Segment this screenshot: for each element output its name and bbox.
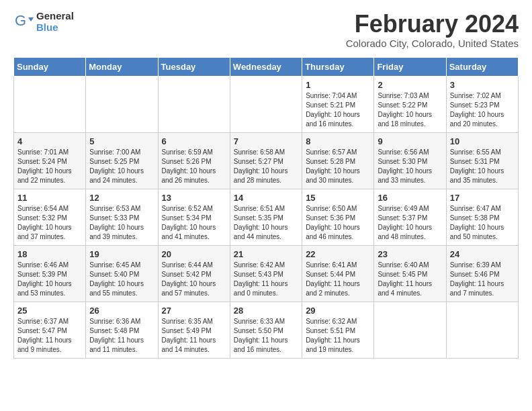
day-number: 18 (17, 249, 82, 259)
day-info: Sunrise: 6:54 AMSunset: 5:32 PMDaylight:… (17, 204, 82, 242)
calendar-cell: 21Sunrise: 6:42 AMSunset: 5:43 PMDayligh… (230, 245, 302, 302)
day-number: 2 (378, 80, 442, 90)
day-number: 22 (306, 249, 370, 259)
day-number: 8 (306, 136, 370, 146)
calendar-cell: 28Sunrise: 6:33 AMSunset: 5:50 PMDayligh… (230, 302, 302, 358)
calendar-table: SundayMondayTuesdayWednesdayThursdayFrid… (13, 57, 519, 359)
day-info: Sunrise: 6:32 AMSunset: 5:51 PMDaylight:… (306, 317, 370, 355)
calendar-cell: 5Sunrise: 7:00 AMSunset: 5:25 PMDaylight… (86, 132, 158, 189)
calendar-week-row: 11Sunrise: 6:54 AMSunset: 5:32 PMDayligh… (14, 189, 519, 245)
calendar-cell: 7Sunrise: 6:58 AMSunset: 5:27 PMDaylight… (230, 132, 302, 189)
day-info: Sunrise: 6:53 AMSunset: 5:33 PMDaylight:… (89, 204, 154, 242)
logo-icon: G (13, 12, 34, 32)
day-number: 13 (162, 193, 226, 203)
calendar-cell: 14Sunrise: 6:51 AMSunset: 5:35 PMDayligh… (230, 189, 302, 245)
calendar-cell: 23Sunrise: 6:40 AMSunset: 5:45 PMDayligh… (374, 245, 446, 302)
header-sunday: Sunday (14, 57, 86, 76)
day-number: 17 (450, 193, 515, 203)
day-info: Sunrise: 6:50 AMSunset: 5:36 PMDaylight:… (306, 204, 370, 242)
day-info: Sunrise: 6:39 AMSunset: 5:46 PMDaylight:… (450, 261, 515, 298)
month-year-title: February 2024 (346, 11, 519, 38)
calendar-cell: 6Sunrise: 6:59 AMSunset: 5:26 PMDaylight… (158, 132, 230, 189)
day-info: Sunrise: 7:04 AMSunset: 5:21 PMDaylight:… (306, 91, 370, 129)
day-info: Sunrise: 6:51 AMSunset: 5:35 PMDaylight:… (234, 204, 298, 242)
day-info: Sunrise: 6:49 AMSunset: 5:37 PMDaylight:… (378, 204, 442, 242)
calendar-cell: 29Sunrise: 6:32 AMSunset: 5:51 PMDayligh… (302, 302, 374, 358)
calendar-cell: 24Sunrise: 6:39 AMSunset: 5:46 PMDayligh… (446, 245, 518, 302)
day-info: Sunrise: 6:42 AMSunset: 5:43 PMDaylight:… (234, 261, 298, 298)
calendar-cell: 18Sunrise: 6:46 AMSunset: 5:39 PMDayligh… (14, 245, 86, 302)
page-header: G General Blue February 2024 Colorado Ci… (13, 11, 519, 49)
day-info: Sunrise: 6:55 AMSunset: 5:31 PMDaylight:… (450, 148, 515, 185)
day-number: 4 (17, 136, 82, 146)
day-number: 23 (378, 249, 442, 259)
calendar-cell: 26Sunrise: 6:36 AMSunset: 5:48 PMDayligh… (86, 302, 158, 358)
svg-text:G: G (15, 12, 26, 29)
day-info: Sunrise: 7:03 AMSunset: 5:22 PMDaylight:… (378, 91, 442, 129)
day-number: 1 (306, 80, 370, 90)
day-info: Sunrise: 6:37 AMSunset: 5:47 PMDaylight:… (17, 317, 82, 355)
calendar-cell: 3Sunrise: 7:02 AMSunset: 5:23 PMDaylight… (446, 76, 518, 132)
day-info: Sunrise: 6:44 AMSunset: 5:42 PMDaylight:… (162, 261, 226, 298)
header-wednesday: Wednesday (230, 57, 302, 76)
header-saturday: Saturday (446, 57, 518, 76)
calendar-cell: 10Sunrise: 6:55 AMSunset: 5:31 PMDayligh… (446, 132, 518, 189)
day-number: 21 (234, 249, 298, 259)
day-info: Sunrise: 6:52 AMSunset: 5:34 PMDaylight:… (162, 204, 226, 242)
calendar-cell (86, 76, 158, 132)
day-info: Sunrise: 6:33 AMSunset: 5:50 PMDaylight:… (234, 317, 298, 355)
day-number: 27 (162, 306, 226, 316)
day-number: 12 (89, 193, 154, 203)
day-number: 5 (89, 136, 154, 146)
calendar-cell: 9Sunrise: 6:56 AMSunset: 5:30 PMDaylight… (374, 132, 446, 189)
day-number: 28 (234, 306, 298, 316)
day-number: 7 (234, 136, 298, 146)
day-number: 29 (306, 306, 370, 316)
calendar-cell: 2Sunrise: 7:03 AMSunset: 5:22 PMDaylight… (374, 76, 446, 132)
day-info: Sunrise: 6:58 AMSunset: 5:27 PMDaylight:… (234, 148, 298, 185)
logo-general: General (36, 11, 74, 22)
day-info: Sunrise: 6:57 AMSunset: 5:28 PMDaylight:… (306, 148, 370, 185)
header-thursday: Thursday (302, 57, 374, 76)
calendar-cell (230, 76, 302, 132)
logo-blue: Blue (36, 22, 74, 34)
day-number: 10 (450, 136, 515, 146)
day-info: Sunrise: 6:40 AMSunset: 5:45 PMDaylight:… (378, 261, 442, 298)
header-monday: Monday (86, 57, 158, 76)
calendar-cell (158, 76, 230, 132)
calendar-cell: 25Sunrise: 6:37 AMSunset: 5:47 PMDayligh… (14, 302, 86, 358)
header-friday: Friday (374, 57, 446, 76)
calendar-cell: 15Sunrise: 6:50 AMSunset: 5:36 PMDayligh… (302, 189, 374, 245)
day-number: 25 (17, 306, 82, 316)
day-number: 20 (162, 249, 226, 259)
day-info: Sunrise: 6:45 AMSunset: 5:40 PMDaylight:… (89, 261, 154, 298)
day-info: Sunrise: 6:41 AMSunset: 5:44 PMDaylight:… (306, 261, 370, 298)
day-info: Sunrise: 6:59 AMSunset: 5:26 PMDaylight:… (162, 148, 226, 185)
day-number: 14 (234, 193, 298, 203)
calendar-cell (446, 302, 518, 358)
day-info: Sunrise: 7:02 AMSunset: 5:23 PMDaylight:… (450, 91, 515, 129)
calendar-cell: 17Sunrise: 6:47 AMSunset: 5:38 PMDayligh… (446, 189, 518, 245)
header-tuesday: Tuesday (158, 57, 230, 76)
calendar-week-row: 4Sunrise: 7:01 AMSunset: 5:24 PMDaylight… (14, 132, 519, 189)
day-number: 15 (306, 193, 370, 203)
calendar-header-row: SundayMondayTuesdayWednesdayThursdayFrid… (14, 57, 519, 76)
day-info: Sunrise: 7:01 AMSunset: 5:24 PMDaylight:… (17, 148, 82, 185)
location-subtitle: Colorado City, Colorado, United States (346, 38, 519, 49)
calendar-cell: 19Sunrise: 6:45 AMSunset: 5:40 PMDayligh… (86, 245, 158, 302)
day-number: 9 (378, 136, 442, 146)
day-info: Sunrise: 6:35 AMSunset: 5:49 PMDaylight:… (162, 317, 226, 355)
day-info: Sunrise: 6:47 AMSunset: 5:38 PMDaylight:… (450, 204, 515, 242)
calendar-week-row: 18Sunrise: 6:46 AMSunset: 5:39 PMDayligh… (14, 245, 519, 302)
calendar-cell: 11Sunrise: 6:54 AMSunset: 5:32 PMDayligh… (14, 189, 86, 245)
title-area: February 2024 Colorado City, Colorado, U… (346, 11, 519, 49)
logo: G General Blue (13, 11, 74, 33)
calendar-cell: 1Sunrise: 7:04 AMSunset: 5:21 PMDaylight… (302, 76, 374, 132)
day-info: Sunrise: 7:00 AMSunset: 5:25 PMDaylight:… (89, 148, 154, 185)
calendar-cell: 16Sunrise: 6:49 AMSunset: 5:37 PMDayligh… (374, 189, 446, 245)
logo-text: General Blue (36, 11, 74, 33)
day-number: 26 (89, 306, 154, 316)
calendar-cell: 27Sunrise: 6:35 AMSunset: 5:49 PMDayligh… (158, 302, 230, 358)
day-info: Sunrise: 6:36 AMSunset: 5:48 PMDaylight:… (89, 317, 154, 355)
calendar-cell: 8Sunrise: 6:57 AMSunset: 5:28 PMDaylight… (302, 132, 374, 189)
